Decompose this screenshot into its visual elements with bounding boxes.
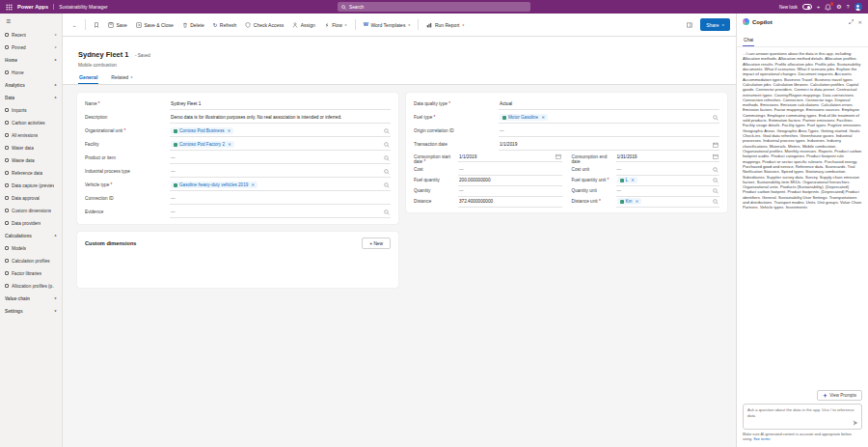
- sidebar-item[interactable]: Value chain ∨: [0, 293, 62, 305]
- waffle-icon[interactable]: [6, 4, 13, 11]
- search-icon[interactable]: [713, 115, 719, 121]
- search-icon[interactable]: [384, 155, 390, 161]
- cost-unit-lookup[interactable]: ---: [616, 165, 720, 176]
- sidebar-item[interactable]: Data approval: [0, 192, 62, 205]
- sidebar-item[interactable]: Data ∧: [0, 92, 62, 104]
- lookup-chip[interactable]: Contoso Pod Business×: [171, 127, 233, 134]
- calendar-icon[interactable]: [556, 154, 561, 159]
- origin-correlation-input[interactable]: ---: [499, 126, 719, 137]
- organizational-unit-lookup[interactable]: Contoso Pod Business×: [170, 126, 391, 137]
- save-and-close-button[interactable]: Save & Close: [132, 19, 177, 31]
- menu-icon[interactable]: ≡: [0, 15, 62, 29]
- calendar-icon[interactable]: [713, 154, 719, 159]
- refresh-button[interactable]: ↻ Refresh: [209, 19, 241, 31]
- data-quality-select[interactable]: Actual: [499, 99, 719, 110]
- sidebar-item[interactable]: Carbon activities: [0, 117, 62, 129]
- fuel-quantity-input[interactable]: 200.000000000: [458, 176, 562, 186]
- fuel-quantity-unit-lookup[interactable]: L×: [616, 176, 720, 186]
- expand-icon[interactable]: [849, 19, 854, 25]
- description-input[interactable]: Demo data is for illustration purposes o…: [170, 113, 391, 124]
- sidebar-item[interactable]: Home ∧: [0, 54, 62, 67]
- back-button[interactable]: ←: [68, 19, 81, 31]
- user-avatar[interactable]: [854, 3, 863, 12]
- tab-related[interactable]: Related ∨: [110, 72, 133, 85]
- distance-input[interactable]: 372.4000000000: [458, 197, 562, 208]
- industrial-process-lookup[interactable]: ---: [170, 167, 391, 178]
- global-search-input[interactable]: Search: [338, 2, 530, 12]
- lookup-chip[interactable]: L×: [617, 177, 637, 183]
- run-report-button[interactable]: Run Report ∨: [422, 19, 468, 31]
- copilot-input[interactable]: Ask a question about the data in the app…: [743, 404, 862, 430]
- sidebar-item[interactable]: Water data: [0, 142, 62, 154]
- sidebar-item[interactable]: Pinned ∨: [0, 42, 62, 54]
- tab-chat[interactable]: Chat: [743, 36, 754, 46]
- distance-unit-lookup[interactable]: Km×: [616, 197, 720, 208]
- evidence-lookup[interactable]: ---: [170, 208, 391, 218]
- view-prompts-button[interactable]: View Prompts: [817, 390, 862, 401]
- cost-input[interactable]: ---: [458, 165, 562, 176]
- sidebar-item[interactable]: Factor libraries: [0, 267, 62, 280]
- sidebar-item[interactable]: Models: [0, 242, 62, 255]
- app-title[interactable]: Sustainability Manager: [53, 4, 108, 10]
- lookup-chip[interactable]: Km×: [617, 198, 642, 205]
- calendar-icon[interactable]: [713, 142, 719, 148]
- add-icon[interactable]: +: [817, 4, 821, 10]
- sidebar-item[interactable]: Home: [0, 67, 62, 79]
- consumption-end-input[interactable]: 1/31/2019: [616, 152, 720, 162]
- help-icon[interactable]: ?: [847, 5, 850, 10]
- remove-icon[interactable]: ×: [227, 128, 231, 133]
- collapse-pane-button[interactable]: [683, 19, 696, 31]
- sidebar-item[interactable]: Reference data: [0, 167, 62, 180]
- remove-icon[interactable]: ×: [541, 115, 545, 120]
- app-brand[interactable]: Power Apps: [17, 4, 48, 10]
- search-icon[interactable]: [713, 199, 719, 205]
- quantity-unit-lookup[interactable]: ---: [616, 186, 720, 197]
- transaction-date-input[interactable]: 1/1/2019: [499, 140, 719, 151]
- assign-button[interactable]: Assign: [288, 19, 319, 31]
- quantity-input[interactable]: ---: [458, 186, 562, 197]
- sidebar-item[interactable]: Settings ∨: [0, 305, 62, 318]
- gear-icon[interactable]: ⚙: [836, 4, 841, 10]
- remove-icon[interactable]: ×: [228, 142, 231, 147]
- send-icon[interactable]: [853, 420, 858, 426]
- sidebar-item[interactable]: Waste data: [0, 154, 62, 167]
- lookup-chip[interactable]: Motor Gasoline×: [500, 114, 548, 121]
- sidebar-item[interactable]: Data providers: [0, 217, 62, 230]
- check-access-button[interactable]: Check Access: [241, 19, 287, 31]
- sidebar-item[interactable]: Custom dimensions: [0, 205, 62, 217]
- search-icon[interactable]: [384, 128, 390, 134]
- product-lookup[interactable]: ---: [170, 154, 391, 164]
- bell-icon[interactable]: [825, 4, 831, 11]
- share-button[interactable]: Share ∨: [700, 18, 730, 31]
- facility-lookup[interactable]: Contoso Pod Factory 2×: [170, 140, 391, 151]
- see-terms-link[interactable]: See terms: [753, 437, 770, 441]
- sidebar-item[interactable]: All emissions: [0, 129, 62, 142]
- lookup-chip[interactable]: Gasoline heavy-duty vehicles 2019×: [171, 182, 258, 188]
- sidebar-item[interactable]: Allocation profiles (p...: [0, 280, 62, 293]
- delete-button[interactable]: Delete: [178, 19, 208, 31]
- remove-icon[interactable]: ×: [631, 178, 635, 182]
- sidebar-item[interactable]: Calculations ∧: [0, 230, 62, 242]
- close-icon[interactable]: ×: [857, 19, 862, 25]
- save-button[interactable]: Save: [104, 19, 131, 31]
- sidebar-item[interactable]: Recent ∨: [0, 29, 62, 42]
- connection-id-input[interactable]: ---: [170, 194, 391, 205]
- fuel-type-lookup[interactable]: Motor Gasoline×: [499, 113, 719, 124]
- search-icon[interactable]: [384, 142, 390, 148]
- search-icon[interactable]: [384, 182, 390, 188]
- name-input[interactable]: Sydney Fleet 1: [170, 99, 391, 110]
- search-icon[interactable]: [713, 188, 719, 194]
- search-icon[interactable]: [713, 167, 719, 173]
- remove-icon[interactable]: ×: [635, 199, 638, 204]
- search-icon[interactable]: [384, 210, 390, 215]
- vehicle-type-lookup[interactable]: Gasoline heavy-duty vehicles 2019×: [170, 181, 391, 191]
- consumption-start-input[interactable]: 1/1/2019: [458, 152, 562, 162]
- new-button[interactable]: + New: [362, 237, 391, 249]
- bookmark-button[interactable]: [90, 19, 103, 31]
- tab-general[interactable]: General: [78, 72, 98, 85]
- word-templates-button[interactable]: W Word Templates ∨: [360, 19, 415, 31]
- flow-button[interactable]: Flow ∨: [320, 19, 351, 31]
- sidebar-item[interactable]: Calculation profiles: [0, 255, 62, 267]
- new-look-toggle[interactable]: [802, 4, 812, 10]
- search-icon[interactable]: [713, 178, 719, 183]
